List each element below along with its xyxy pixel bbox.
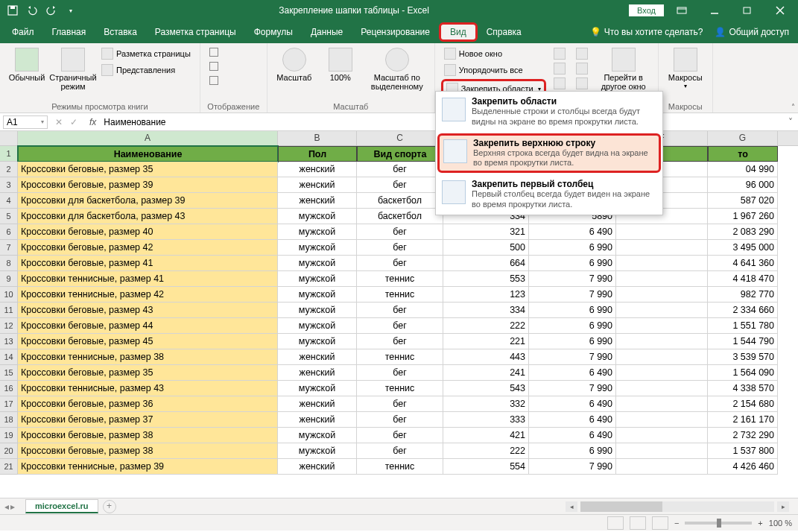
- sheet-tab[interactable]: microexcel.ru: [25, 499, 98, 513]
- cell[interactable]: 3 539 570: [708, 349, 778, 365]
- cell[interactable]: 6 990: [529, 256, 616, 271]
- cell[interactable]: 982 770: [708, 287, 778, 303]
- cell[interactable]: [616, 428, 708, 443]
- cell[interactable]: [616, 443, 708, 459]
- cell[interactable]: бег: [357, 443, 443, 459]
- login-button[interactable]: Вход: [629, 4, 664, 16]
- cell[interactable]: 7 990: [529, 381, 616, 396]
- cell[interactable]: 7 990: [529, 349, 616, 365]
- cell[interactable]: [616, 459, 708, 475]
- cell[interactable]: бег: [357, 365, 443, 381]
- zoom-button[interactable]: Масштаб: [273, 46, 315, 83]
- tell-me-search[interactable]: 💡 Что вы хотите сделать?: [590, 27, 703, 37]
- cell[interactable]: 7 990: [529, 271, 616, 287]
- cell[interactable]: Кроссовки беговые, размер 38: [18, 443, 278, 459]
- zoom-selection-button[interactable]: Масштаб по выделенному: [366, 46, 428, 92]
- cell[interactable]: 7 990: [529, 459, 616, 475]
- cell[interactable]: 222: [443, 443, 529, 459]
- cell[interactable]: мужской: [278, 303, 357, 318]
- freeze-top-row-item[interactable]: Закрепить верхнюю строкуВерхняя строка в…: [437, 133, 661, 174]
- scroll-right-icon[interactable]: ▸: [777, 501, 789, 512]
- normal-view-status-icon[interactable]: [607, 516, 624, 530]
- row-header[interactable]: 1: [0, 146, 18, 162]
- cell[interactable]: Кроссовки теннисные, размер 42: [18, 287, 278, 303]
- cell[interactable]: 7 990: [529, 287, 616, 303]
- zoom-100-button[interactable]: 100%: [320, 46, 361, 83]
- column-header[interactable]: G: [708, 131, 778, 145]
- cell[interactable]: 500: [443, 240, 529, 256]
- cell[interactable]: женский: [278, 349, 357, 365]
- cell[interactable]: [616, 287, 708, 303]
- save-icon[interactable]: [4, 2, 21, 19]
- cell[interactable]: [616, 271, 708, 287]
- cell[interactable]: [616, 349, 708, 365]
- cell[interactable]: мужской: [278, 287, 357, 303]
- cell[interactable]: 2 083 290: [708, 224, 778, 240]
- cell[interactable]: 421: [443, 428, 529, 443]
- cell[interactable]: [616, 412, 708, 428]
- cell[interactable]: 2 154 680: [708, 396, 778, 412]
- cell[interactable]: [616, 334, 708, 349]
- cell[interactable]: 222: [443, 318, 529, 334]
- tab-file[interactable]: Файл: [3, 21, 43, 43]
- cell[interactable]: 4 426 460: [708, 459, 778, 475]
- cell[interactable]: Кроссовки беговые, размер 35: [18, 162, 278, 177]
- row-header[interactable]: 12: [0, 318, 18, 334]
- cell[interactable]: 6 990: [529, 443, 616, 459]
- minimize-icon[interactable]: [700, 0, 729, 21]
- row-header[interactable]: 15: [0, 365, 18, 381]
- custom-views-button[interactable]: Представления: [98, 63, 194, 77]
- cell[interactable]: Кроссовки теннисные, размер 41: [18, 271, 278, 287]
- cell[interactable]: 241: [443, 365, 529, 381]
- cell[interactable]: 6 990: [529, 240, 616, 256]
- tab-data[interactable]: Данные: [302, 21, 352, 43]
- arrange-all-button[interactable]: Упорядочить все: [441, 63, 546, 77]
- cell[interactable]: бег: [357, 162, 443, 177]
- row-header[interactable]: 18: [0, 412, 18, 428]
- page-layout-status-icon[interactable]: [630, 516, 646, 530]
- expand-formula-bar-icon[interactable]: ˅: [783, 117, 798, 127]
- cell[interactable]: 6 490: [529, 428, 616, 443]
- header-cell[interactable]: Вид спорта: [357, 146, 443, 162]
- cell[interactable]: бег: [357, 412, 443, 428]
- select-all-corner[interactable]: [0, 131, 18, 145]
- cell[interactable]: теннис: [357, 287, 443, 303]
- cell[interactable]: 6 490: [529, 396, 616, 412]
- cell[interactable]: 6 990: [529, 334, 616, 349]
- row-header[interactable]: 14: [0, 349, 18, 365]
- view-side-button[interactable]: [573, 46, 591, 61]
- cell[interactable]: мужской: [278, 209, 357, 224]
- cell[interactable]: 332: [443, 396, 529, 412]
- normal-view-button[interactable]: Обычный: [6, 46, 48, 83]
- cell[interactable]: женский: [278, 412, 357, 428]
- freeze-panes-item[interactable]: Закрепить областиВыделенные строки и сто…: [436, 92, 662, 132]
- zoom-out-icon[interactable]: −: [674, 519, 679, 528]
- cell[interactable]: теннис: [357, 349, 443, 365]
- row-header[interactable]: 17: [0, 396, 18, 412]
- row-header[interactable]: 6: [0, 224, 18, 240]
- cell[interactable]: 334: [443, 303, 529, 318]
- cell[interactable]: [616, 318, 708, 334]
- cell[interactable]: 4 641 360: [708, 256, 778, 271]
- row-header[interactable]: 7: [0, 240, 18, 256]
- cell[interactable]: [616, 240, 708, 256]
- ribbon-display-icon[interactable]: [667, 0, 697, 21]
- row-header[interactable]: 5: [0, 209, 18, 224]
- cell[interactable]: Кроссовки беговые, размер 38: [18, 428, 278, 443]
- cell[interactable]: [616, 256, 708, 271]
- row-header[interactable]: 13: [0, 334, 18, 349]
- cell[interactable]: 1 564 090: [708, 365, 778, 381]
- row-header[interactable]: 4: [0, 193, 18, 209]
- collapse-ribbon-icon[interactable]: ˄: [791, 103, 795, 111]
- column-header[interactable]: C: [357, 131, 443, 145]
- cell[interactable]: Кроссовки беговые, размер 43: [18, 303, 278, 318]
- cell[interactable]: мужской: [278, 334, 357, 349]
- add-sheet-button[interactable]: +: [103, 500, 116, 513]
- hide-button[interactable]: [551, 61, 569, 76]
- cell[interactable]: мужской: [278, 224, 357, 240]
- row-header[interactable]: 2: [0, 162, 18, 177]
- cell[interactable]: баскетбол: [357, 193, 443, 209]
- cell[interactable]: 543: [443, 381, 529, 396]
- cell[interactable]: бег: [357, 303, 443, 318]
- sync-scroll-button[interactable]: [573, 61, 591, 76]
